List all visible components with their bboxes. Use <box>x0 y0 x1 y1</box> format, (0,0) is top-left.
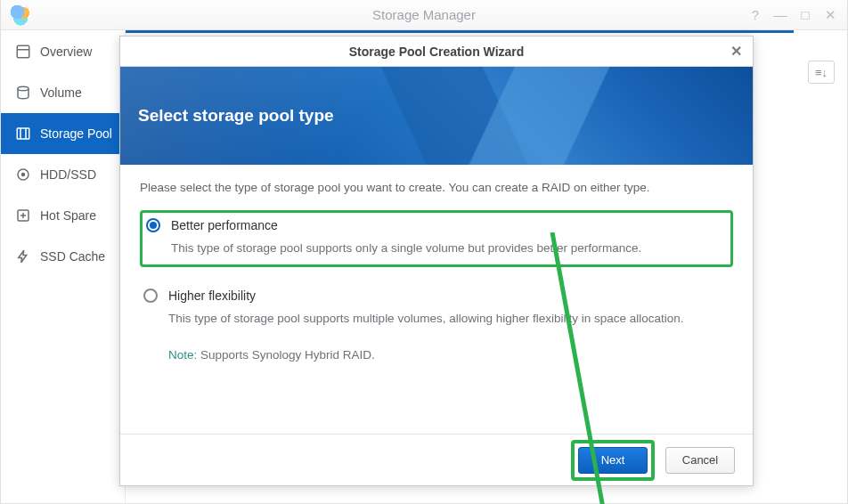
sidebar-item-label: Volume <box>40 85 82 100</box>
sidebar-item-volume[interactable]: Volume <box>1 72 125 113</box>
option-note-text: Supports Synology Hybrid RAID. <box>197 348 375 362</box>
option-description: This type of storage pool supports multi… <box>168 310 730 364</box>
next-button-highlight: Next <box>571 440 655 481</box>
overview-icon <box>15 44 31 60</box>
dialog-footer: Next Cancel <box>120 434 753 485</box>
sidebar-item-hot-spare[interactable]: Hot Spare <box>1 195 125 236</box>
next-button[interactable]: Next <box>578 447 648 474</box>
sidebar-item-overview[interactable]: Overview <box>1 31 125 72</box>
storage-pool-icon <box>15 126 31 142</box>
option-description: This type of storage pool supports only … <box>171 240 727 257</box>
sort-button[interactable]: ≡↓ <box>808 61 835 84</box>
dialog-intro-text: Please select the type of storage pool y… <box>140 181 733 194</box>
option-header: Better performance <box>146 218 727 232</box>
sidebar-item-label: SSD Cache <box>40 249 105 264</box>
sidebar-item-label: Overview <box>40 45 92 59</box>
radio-unselected-icon[interactable] <box>143 289 158 303</box>
option-higher-flexibility[interactable]: Higher flexibility This type of storage … <box>140 283 733 371</box>
svg-rect-2 <box>17 128 29 139</box>
sort-icon: ≡↓ <box>815 66 828 79</box>
tab-strip-accent <box>126 30 794 33</box>
dialog-title: Storage Pool Creation Wizard <box>349 45 525 59</box>
option-label: Better performance <box>171 218 278 232</box>
svg-point-4 <box>22 174 25 176</box>
option-header: Higher flexibility <box>143 289 730 303</box>
ssd-cache-icon <box>15 248 31 264</box>
window-title: Storage Manager <box>1 7 847 22</box>
dialog-banner-heading: Select storage pool type <box>138 106 334 126</box>
window-titlebar: Storage Manager ? — □ ✕ <box>1 0 847 30</box>
storage-manager-window: Storage Manager ? — □ ✕ Overview Volume … <box>0 0 848 504</box>
option-desc-text: This type of storage pool supports multi… <box>168 312 684 325</box>
option-label: Higher flexibility <box>168 289 256 303</box>
storage-pool-wizard-dialog: Storage Pool Creation Wizard ✕ Select st… <box>119 36 754 486</box>
sidebar-item-label: Hot Spare <box>40 208 96 223</box>
hot-spare-icon <box>15 207 31 224</box>
dialog-titlebar: Storage Pool Creation Wizard ✕ <box>120 37 753 67</box>
sidebar-item-ssd-cache[interactable]: SSD Cache <box>1 236 125 277</box>
svg-rect-0 <box>17 45 29 58</box>
volume-icon <box>15 85 31 101</box>
cancel-button[interactable]: Cancel <box>665 447 735 474</box>
svg-point-1 <box>18 86 29 91</box>
option-better-performance[interactable]: Better performance This type of storage … <box>140 210 733 267</box>
hdd-icon <box>15 167 31 183</box>
close-icon[interactable]: ✕ <box>726 41 746 61</box>
option-note-label: Note: <box>168 348 197 362</box>
sidebar-item-label: Storage Pool <box>40 126 112 141</box>
sidebar: Overview Volume Storage Pool HDD/SSD Hot… <box>1 31 126 503</box>
radio-selected-icon[interactable] <box>146 218 160 232</box>
sidebar-item-hdd-ssd[interactable]: HDD/SSD <box>1 154 125 195</box>
sidebar-item-storage-pool[interactable]: Storage Pool <box>1 113 125 154</box>
sidebar-item-label: HDD/SSD <box>40 167 96 182</box>
dialog-body: Please select the type of storage pool y… <box>120 165 753 434</box>
dialog-banner: Select storage pool type <box>120 67 753 165</box>
